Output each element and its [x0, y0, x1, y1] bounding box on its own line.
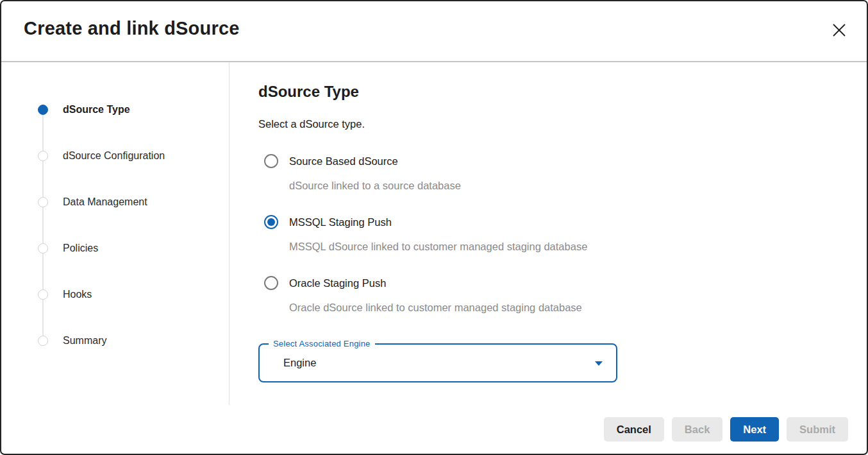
dialog-body: dSource Type dSource Configuration Data … [1, 62, 867, 405]
step-label: dSource Type [63, 104, 130, 116]
option-oracle-staging-push: Oracle Staging Push Oracle dSource linke… [258, 276, 841, 314]
radio-description: MSSQL dSource linked to customer managed… [289, 239, 841, 253]
step-dot-icon [38, 243, 48, 253]
select-floating-label: Select Associated Engine [269, 339, 375, 348]
step-hooks[interactable]: Hooks [1, 271, 229, 318]
content-subheading: Select a dSource type. [258, 117, 841, 131]
step-content-panel: dSource Type Select a dSource type. Sour… [230, 62, 867, 405]
dialog-footer: Cancel Back Next Submit [1, 405, 867, 454]
step-dot-icon [38, 105, 48, 115]
close-button[interactable] [829, 21, 849, 42]
option-mssql-staging-push: MSSQL Staging Push MSSQL dSource linked … [258, 215, 841, 253]
back-button[interactable]: Back [672, 417, 722, 442]
radio-label: MSSQL Staging Push [289, 215, 392, 229]
radio-row[interactable]: MSSQL Staging Push [264, 215, 841, 229]
step-label: Summary [63, 335, 106, 347]
submit-button[interactable]: Submit [787, 417, 848, 442]
step-dsource-configuration[interactable]: dSource Configuration [1, 133, 229, 179]
radio-description: Oracle dSource linked to customer manage… [289, 300, 841, 314]
option-source-based-dsource: Source Based dSource dSource linked to a… [258, 154, 841, 193]
dialog-header: Create and link dSource [1, 1, 867, 62]
step-dot-icon [38, 151, 48, 161]
radio-description: dSource linked to a source database [289, 178, 841, 193]
step-label: dSource Configuration [63, 150, 165, 162]
radio-row[interactable]: Oracle Staging Push [264, 276, 841, 290]
radio-label: Oracle Staging Push [289, 276, 386, 290]
close-icon [831, 22, 847, 40]
radio-label: Source Based dSource [289, 154, 398, 168]
create-dsource-dialog: Create and link dSource dSource Type [0, 0, 868, 455]
radio-button-icon[interactable] [264, 276, 278, 290]
step-policies[interactable]: Policies [1, 225, 229, 271]
associated-engine-select[interactable]: Select Associated Engine Engine [258, 343, 617, 382]
step-data-management[interactable]: Data Management [1, 179, 229, 225]
dialog-title: Create and link dSource [24, 18, 240, 39]
chevron-down-icon [595, 361, 603, 366]
radio-row[interactable]: Source Based dSource [264, 154, 841, 168]
content-heading: dSource Type [258, 82, 841, 101]
next-button[interactable]: Next [730, 417, 779, 442]
step-dot-icon [38, 197, 48, 207]
dsource-type-radio-group: Source Based dSource dSource linked to a… [258, 154, 841, 314]
radio-button-icon[interactable] [264, 215, 278, 229]
stepper-connector-line [42, 110, 44, 341]
cancel-button[interactable]: Cancel [604, 417, 664, 442]
select-value: Engine [283, 357, 316, 369]
step-label: Data Management [63, 196, 147, 208]
step-label: Policies [63, 243, 98, 254]
radio-button-icon[interactable] [264, 154, 278, 168]
step-label: Hooks [63, 289, 92, 300]
wizard-stepper-sidebar: dSource Type dSource Configuration Data … [1, 62, 230, 405]
step-dot-icon [38, 336, 48, 346]
step-summary[interactable]: Summary [1, 318, 229, 364]
step-dot-icon [38, 289, 48, 300]
stepper: dSource Type dSource Configuration Data … [1, 62, 229, 364]
step-dsource-type[interactable]: dSource Type [1, 87, 229, 133]
